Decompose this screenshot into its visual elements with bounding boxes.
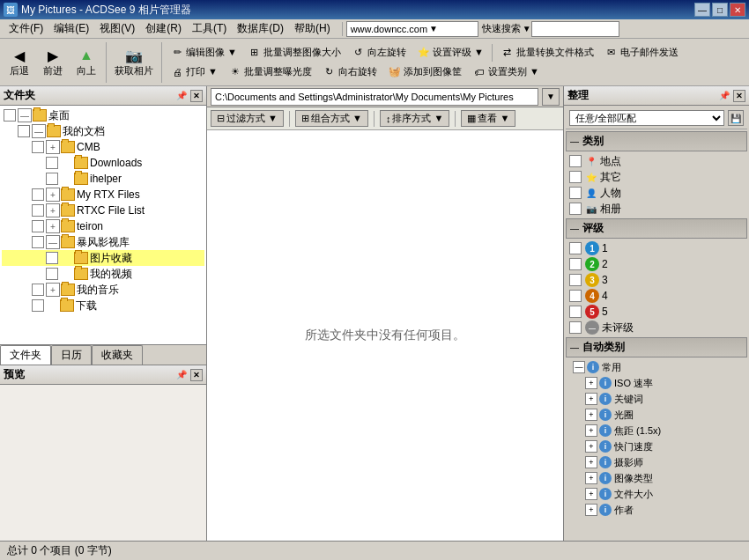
set-category-button[interactable]: 🏷 设置类别 ▼ <box>468 63 544 81</box>
print-button[interactable]: 🖨 打印 ▼ <box>166 63 222 81</box>
filter-button[interactable]: ⊟ 过滤方式 ▼ <box>211 110 284 127</box>
menu-help[interactable]: 帮助(H) <box>289 19 336 38</box>
category-item-other[interactable]: ⭐ 其它 <box>566 169 747 185</box>
category-item-place[interactable]: 📍 地点 <box>566 153 747 169</box>
tree-check-cmb[interactable] <box>32 141 44 153</box>
tree-item-cmb[interactable]: + CMB <box>2 139 204 155</box>
tree-item-rtx[interactable]: + My RTX Files <box>2 187 204 203</box>
match-select[interactable]: 任意/全部匹配 <box>569 110 724 126</box>
tree-item-downloads[interactable]: Downloads <box>2 155 204 171</box>
tree-item-baofeng[interactable]: — 暴风影视库 <box>2 234 204 250</box>
auto-item-filesize[interactable]: + i 文件大小 <box>566 486 747 502</box>
menu-file[interactable]: 文件(F) <box>4 19 48 38</box>
tab-folder[interactable]: 文件夹 <box>0 345 51 365</box>
rating-item-2[interactable]: 2 2 <box>566 256 747 272</box>
tree-check-video[interactable] <box>46 268 58 280</box>
auto-expand-filesize[interactable]: + <box>585 488 597 500</box>
check-r1[interactable] <box>569 242 582 254</box>
tree-expand-music[interactable]: + <box>46 283 60 297</box>
menu-create[interactable]: 创建(R) <box>140 19 187 38</box>
path-dropdown-btn[interactable]: ▼ <box>542 88 560 106</box>
tree-expand-desktop[interactable]: — <box>18 108 32 122</box>
category-item-person[interactable]: 👤 人物 <box>566 185 747 201</box>
check-person[interactable] <box>569 187 582 199</box>
search-input[interactable] <box>531 21 619 37</box>
auto-item-iso[interactable]: + i ISO 速率 <box>566 375 747 391</box>
match-save-btn[interactable]: 💾 <box>728 110 744 126</box>
rating-item-5[interactable]: 5 5 <box>566 304 747 320</box>
tree-check-music[interactable] <box>32 284 44 296</box>
tree-check-downloads[interactable] <box>46 157 58 169</box>
check-r4[interactable] <box>569 290 582 302</box>
category-section-header[interactable]: — 类别 <box>566 131 747 151</box>
check-r2[interactable] <box>569 258 582 270</box>
file-tree-close[interactable]: ✕ <box>190 90 203 102</box>
menu-tools[interactable]: 工具(T) <box>187 19 232 38</box>
rating-section-header[interactable]: — 评级 <box>566 218 747 239</box>
menu-edit[interactable]: 编辑(E) <box>48 19 94 38</box>
auto-expand-keyword[interactable]: + <box>585 393 597 405</box>
tree-check-rtx[interactable] <box>32 188 44 201</box>
tree-item-mydocs[interactable]: — 我的文档 <box>2 123 204 139</box>
check-other[interactable] <box>569 171 582 183</box>
preview-close[interactable]: ✕ <box>190 369 203 381</box>
group-button[interactable]: ⊞ 组合方式 ▼ <box>295 110 368 127</box>
auto-item-common[interactable]: — i 常用 <box>566 359 747 375</box>
batch-exposure-button[interactable]: ☀ 批量调整曝光度 <box>224 63 316 81</box>
tree-check-desktop[interactable] <box>4 109 16 122</box>
tree-expand-rtx[interactable]: + <box>46 188 60 202</box>
check-place[interactable] <box>569 155 582 167</box>
tree-check-xiazai[interactable] <box>32 299 44 312</box>
file-tree[interactable]: — 桌面 — 我的文档 + CMB <box>0 106 206 344</box>
batch-convert-button[interactable]: ⇄ 批量转换文件格式 <box>496 44 598 62</box>
tree-item-pictures[interactable]: 图片收藏 <box>2 250 204 266</box>
auto-item-shutter[interactable]: + i 快门速度 <box>566 438 747 454</box>
auto-expand-shutter[interactable]: + <box>585 440 597 453</box>
search-dropdown[interactable]: ▼ <box>523 24 531 33</box>
forward-button[interactable]: ▶ 前进 <box>37 44 69 80</box>
tree-item-teiron[interactable]: + teiron <box>2 218 204 234</box>
tree-item-video[interactable]: 我的视频 <box>2 266 204 282</box>
auto-item-author[interactable]: + i 作者 <box>566 502 747 518</box>
tab-favorites[interactable]: 收藏夹 <box>92 345 143 365</box>
auto-expand-common[interactable]: — <box>573 361 585 373</box>
tab-calendar[interactable]: 日历 <box>51 345 92 365</box>
tree-expand-baofeng[interactable]: — <box>46 235 60 249</box>
sort-button[interactable]: ↕ 排序方式 ▼ <box>380 110 449 127</box>
tree-expand-rtxc[interactable]: + <box>46 203 60 217</box>
rating-item-4[interactable]: 4 4 <box>566 288 747 304</box>
set-rating-button[interactable]: ⭐ 设置评级 ▼ <box>412 44 488 62</box>
tree-expand-mydocs[interactable]: — <box>32 124 46 138</box>
check-r3[interactable] <box>569 274 582 286</box>
close-button[interactable]: ✕ <box>730 3 745 17</box>
rating-item-1[interactable]: 1 1 <box>566 240 747 256</box>
organize-pin-icon[interactable]: 📌 <box>719 91 730 100</box>
add-basket-button[interactable]: 🧺 添加到图像筐 <box>383 63 466 81</box>
tree-item-xiazai[interactable]: 下载 <box>2 298 204 313</box>
check-r5[interactable] <box>569 306 582 318</box>
pin-icon[interactable]: 📌 <box>176 91 187 100</box>
auto-item-focal[interactable]: + i 焦距 (1.5x) <box>566 423 747 438</box>
tree-check-rtxc[interactable] <box>32 204 44 217</box>
rotate-left-button[interactable]: ↺ 向左旋转 <box>347 44 411 62</box>
organize-close[interactable]: ✕ <box>733 90 745 102</box>
minimize-button[interactable]: — <box>694 3 710 17</box>
auto-expand-photographer[interactable]: + <box>585 456 597 468</box>
tree-item-ihelper[interactable]: ihelper <box>2 171 204 187</box>
category-item-album[interactable]: 📷 相册 <box>566 201 747 217</box>
edit-image-button[interactable]: ✏ 编辑图像 ▼ <box>166 44 241 62</box>
tree-check-pictures[interactable] <box>46 252 58 264</box>
auto-item-photographer[interactable]: + i 摄影师 <box>566 454 747 470</box>
email-button[interactable]: ✉ 电子邮件发送 <box>600 44 683 62</box>
auto-item-keyword[interactable]: + i 关键词 <box>566 391 747 407</box>
back-button[interactable]: ◀ 后退 <box>4 44 35 80</box>
batch-resize-button[interactable]: ⊞ 批量调整图像大小 <box>243 44 345 62</box>
auto-section-header[interactable]: — 自动类别 <box>566 337 747 357</box>
auto-expand-aperture[interactable]: + <box>585 409 597 421</box>
tree-expand-teiron[interactable]: + <box>46 219 60 233</box>
tree-check-ihelper[interactable] <box>46 173 58 185</box>
auto-item-aperture[interactable]: + i 光圈 <box>566 407 747 423</box>
tree-item-desktop[interactable]: — 桌面 <box>2 107 204 123</box>
maximize-button[interactable]: □ <box>712 3 728 17</box>
path-input[interactable] <box>211 88 538 106</box>
